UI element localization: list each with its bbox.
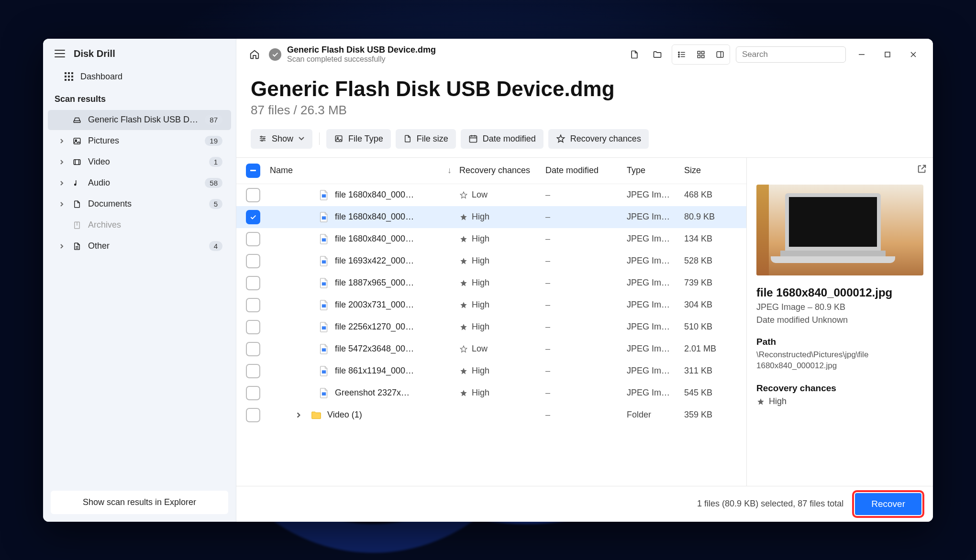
table-row[interactable]: Greenshot 2327x…High–JPEG Im…545 KB (236, 382, 746, 404)
file-name: file 2256x1270_00… (335, 322, 414, 332)
file-size: 528 KB (684, 256, 737, 266)
chevron-right-icon[interactable] (295, 412, 302, 418)
date-modified: – (545, 300, 627, 310)
svg-rect-51 (322, 238, 326, 242)
table-row[interactable]: file 1887x965_000…High–JPEG Im…739 KB (236, 272, 746, 294)
filter-file-size[interactable]: File size (396, 129, 456, 149)
window-minimize[interactable] (852, 46, 872, 63)
file-size: 510 KB (684, 322, 737, 332)
table-row[interactable]: Video (1)–Folder359 KB (236, 404, 746, 426)
preview-path: \Reconstructed\Pictures\jpg\file 1680x84… (756, 349, 923, 372)
table-row[interactable]: file 1680x840_000…High–JPEG Im…80.9 KB (236, 206, 746, 228)
folder-icon[interactable] (649, 46, 666, 63)
row-checkbox[interactable] (246, 364, 260, 378)
svg-rect-49 (322, 194, 326, 198)
row-checkbox[interactable] (246, 254, 260, 268)
panel-view-icon[interactable] (711, 46, 729, 63)
home-icon[interactable] (246, 46, 263, 63)
sidebar-item-label: Archives (88, 220, 222, 230)
recovery-chance: High (459, 256, 545, 266)
filter-recovery[interactable]: Recovery chances (548, 129, 649, 149)
col-name[interactable]: Name (270, 165, 293, 176)
col-recovery[interactable]: Recovery chances (459, 165, 545, 176)
svg-rect-29 (717, 52, 723, 57)
col-type[interactable]: Type (627, 165, 684, 176)
date-modified: – (545, 234, 627, 244)
sidebar-item-picture[interactable]: Pictures19 (48, 131, 231, 151)
app-name: Disk Drill (74, 48, 115, 59)
row-checkbox[interactable] (246, 408, 260, 422)
svg-rect-10 (74, 138, 80, 144)
sidebar-item-other[interactable]: Other4 (48, 236, 231, 256)
svg-rect-50 (322, 216, 326, 220)
svg-rect-54 (322, 304, 326, 307)
preview-meta: JPEG Image – 80.9 KB (756, 302, 923, 312)
table-row[interactable]: file 2256x1270_00…High–JPEG Im…510 KB (236, 316, 746, 338)
sidebar-item-disk[interactable]: Generic Flash Disk USB D…87 (48, 110, 231, 130)
topbar: Generic Flash Disk USB Device.dmg Scan c… (236, 39, 933, 68)
recovery-chance: High (459, 322, 545, 332)
grid-view-icon[interactable] (692, 46, 710, 63)
filter-file-type[interactable]: File Type (326, 129, 391, 149)
page-subtitle: 87 files / 26.3 MB (251, 103, 919, 118)
sidebar-item-dashboard[interactable]: Dashboard (43, 67, 236, 87)
sidebar-item-document[interactable]: Documents5 (48, 194, 231, 214)
row-checkbox[interactable] (246, 232, 260, 246)
filter-recovery-label: Recovery chances (570, 134, 641, 144)
row-checkbox[interactable] (246, 320, 260, 334)
date-modified: – (545, 322, 627, 332)
row-checkbox[interactable] (246, 386, 260, 400)
sidebar-item-label: Pictures (88, 136, 199, 146)
row-checkbox[interactable] (246, 298, 260, 312)
list-view-icon[interactable] (673, 46, 690, 63)
window-maximize[interactable] (877, 46, 898, 63)
count-badge: 5 (209, 199, 222, 209)
table-row[interactable]: file 1680x840_000…Low–JPEG Im…468 KB (236, 184, 746, 206)
search-input[interactable] (736, 46, 846, 63)
menu-icon[interactable] (55, 50, 65, 57)
file-icon (319, 299, 329, 311)
svg-rect-6 (65, 79, 67, 81)
sliders-icon (258, 135, 267, 143)
col-date[interactable]: Date modified (545, 165, 627, 176)
date-modified: – (545, 366, 627, 376)
file-size: 311 KB (684, 366, 737, 376)
file-name: file 1680x840_000… (335, 190, 414, 200)
window-close[interactable] (903, 46, 923, 63)
table-row[interactable]: file 861x1194_000…High–JPEG Im…311 KB (236, 360, 746, 382)
preview-panel: file 1680x840_000012.jpg JPEG Image – 80… (746, 158, 933, 486)
file-name: file 1680x840_000… (335, 234, 414, 244)
file-icon (319, 387, 329, 399)
calendar-icon (468, 134, 478, 143)
main-panel: Generic Flash Disk USB Device.dmg Scan c… (236, 39, 933, 522)
file-icon[interactable] (626, 46, 643, 63)
file-type: Folder (627, 410, 684, 420)
search-field[interactable] (742, 50, 843, 59)
table-row[interactable]: file 5472x3648_00…Low–JPEG Im…2.01 MB (236, 338, 746, 360)
recover-button[interactable]: Recover (855, 493, 921, 515)
file-icon (403, 134, 412, 143)
popout-icon[interactable] (917, 164, 927, 174)
preview-path-label: Path (756, 337, 923, 347)
filter-date-modified[interactable]: Date modified (461, 129, 543, 149)
sidebar-item-audio[interactable]: Audio58 (48, 173, 231, 193)
file-size: 739 KB (684, 278, 737, 288)
filter-size-label: File size (417, 134, 448, 144)
table-row[interactable]: file 2003x731_000…High–JPEG Im…304 KB (236, 294, 746, 316)
sidebar-item-archive[interactable]: Archives (48, 215, 231, 235)
svg-point-19 (678, 52, 679, 53)
filter-show[interactable]: Show (251, 129, 312, 149)
row-checkbox[interactable] (246, 210, 260, 224)
row-checkbox[interactable] (246, 276, 260, 290)
row-checkbox[interactable] (246, 188, 260, 202)
row-checkbox[interactable] (246, 342, 260, 356)
show-in-explorer-button[interactable]: Show scan results in Explorer (51, 491, 228, 514)
file-name: file 861x1194_000… (335, 366, 414, 376)
table-row[interactable]: file 1680x840_000…High–JPEG Im…134 KB (236, 228, 746, 250)
date-modified: – (545, 344, 627, 354)
picture-icon (72, 136, 82, 146)
col-size[interactable]: Size (684, 165, 737, 176)
table-row[interactable]: file 1693x422_000…High–JPEG Im…528 KB (236, 250, 746, 272)
select-all-checkbox[interactable] (246, 164, 260, 178)
sidebar-item-video[interactable]: Video1 (48, 152, 231, 172)
